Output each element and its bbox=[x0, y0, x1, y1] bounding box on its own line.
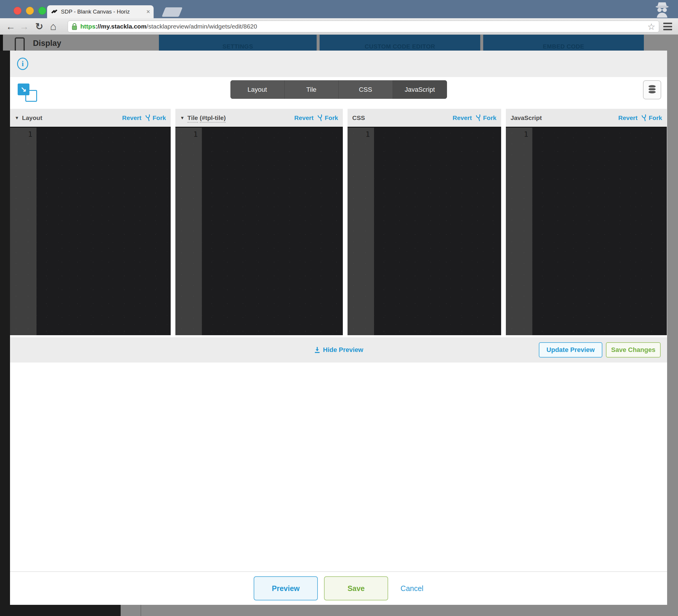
revert-link[interactable]: Revert bbox=[122, 114, 141, 121]
save-button[interactable]: Save bbox=[324, 576, 388, 601]
browser-toolbar: ← → ↻ ⌂ https://my.stackla.com/stacklapr… bbox=[0, 18, 678, 35]
revert-link[interactable]: Revert bbox=[618, 114, 637, 121]
background-right-strip bbox=[667, 50, 678, 616]
tab-title: SDP - Blank Canvas - Horiz bbox=[61, 8, 145, 15]
panel-headers-row: ▼ Layout Revert Fork ▼ Tile (#tpl-tile) … bbox=[10, 109, 667, 127]
layout-code-editor: 1 bbox=[10, 127, 171, 335]
update-preview-button[interactable]: Update Preview bbox=[539, 342, 602, 358]
url-path: /stacklapreview/admin/widgets/edit/8620 bbox=[147, 23, 257, 30]
url-bar[interactable]: https://my.stackla.com/stacklapreview/ad… bbox=[68, 20, 659, 32]
fork-link[interactable]: Fork bbox=[325, 114, 338, 121]
fork-link[interactable]: Fork bbox=[152, 114, 166, 121]
tile-panel-header: ▼ Tile (#tpl-tile) Revert Fork bbox=[176, 109, 343, 127]
data-source-button[interactable] bbox=[643, 80, 661, 99]
fork-icon bbox=[641, 114, 648, 122]
embed-code-nav-button[interactable]: EMBED CODE bbox=[483, 35, 644, 50]
new-tab-button[interactable] bbox=[162, 7, 183, 17]
fork-link[interactable]: Fork bbox=[648, 114, 662, 121]
editors-row: 1 1 1 1 bbox=[10, 127, 667, 335]
css-code-area[interactable] bbox=[374, 128, 501, 335]
cancel-link[interactable]: Cancel bbox=[401, 584, 423, 593]
incognito-icon bbox=[654, 2, 670, 17]
widget-preview-area bbox=[10, 363, 667, 571]
embed-code-nav-label: EMBED CODE bbox=[483, 43, 644, 50]
fork-icon bbox=[317, 114, 324, 122]
settings-nav-button[interactable]: SETTINGS bbox=[159, 35, 317, 50]
window-minimize-button[interactable] bbox=[26, 7, 34, 15]
display-checkbox-icon bbox=[15, 37, 25, 50]
back-button[interactable]: ← bbox=[6, 19, 15, 34]
javascript-code-editor: 1 bbox=[506, 127, 667, 335]
hide-preview-arrow-icon bbox=[314, 346, 321, 354]
stackla-favicon-icon bbox=[50, 8, 58, 15]
url-scheme: https bbox=[80, 23, 96, 30]
line-number: 1 bbox=[366, 130, 370, 138]
collapse-caret-icon[interactable]: ▼ bbox=[180, 115, 185, 120]
hide-preview-label: Hide Preview bbox=[323, 346, 364, 354]
screen: SDP - Blank Canvas - Horiz × ← → ↻ ⌂ bbox=[0, 0, 678, 616]
browser-titlebar: SDP - Blank Canvas - Horiz × bbox=[0, 0, 678, 18]
panel-title: CSS bbox=[352, 114, 365, 121]
tile-code-editor: 1 bbox=[176, 127, 343, 335]
fork-icon bbox=[145, 114, 152, 122]
line-number: 1 bbox=[524, 130, 528, 138]
custom-code-editor-nav-label: CUSTOM CODE EDITOR bbox=[319, 43, 480, 50]
editor-gutter: 1 bbox=[506, 128, 532, 335]
export-templates-icon[interactable]: ↘ bbox=[17, 83, 37, 102]
revert-link[interactable]: Revert bbox=[294, 114, 313, 121]
panel-title: JavaScript bbox=[511, 114, 542, 121]
fork-icon bbox=[475, 114, 483, 122]
panel-title: Layout bbox=[22, 114, 42, 121]
background-bottom-black-panel bbox=[0, 605, 121, 616]
modal-action-bar: ↘ Layout Tile CSS JavaScript bbox=[10, 77, 667, 108]
layout-code-area[interactable] bbox=[36, 128, 171, 335]
tab-javascript[interactable]: JavaScript bbox=[393, 80, 447, 99]
collapse-caret-icon[interactable]: ▼ bbox=[15, 115, 19, 120]
tab-tile[interactable]: Tile bbox=[285, 80, 339, 99]
line-number: 1 bbox=[28, 130, 32, 138]
window-zoom-button[interactable] bbox=[38, 7, 46, 15]
info-icon[interactable]: i bbox=[17, 57, 28, 70]
modal-top-bar: i bbox=[10, 50, 667, 77]
url-text: https://my.stackla.com/stacklapreview/ad… bbox=[80, 23, 645, 30]
css-panel-header: CSS Revert Fork bbox=[347, 109, 501, 127]
fork-link[interactable]: Fork bbox=[483, 114, 496, 121]
browser-tab[interactable]: SDP - Blank Canvas - Horiz × bbox=[47, 5, 154, 18]
background-bottom-strip bbox=[0, 605, 678, 616]
tile-code-area[interactable] bbox=[202, 128, 343, 335]
home-button[interactable]: ⌂ bbox=[50, 19, 57, 34]
css-code-editor: 1 bbox=[347, 127, 501, 335]
settings-nav-label: SETTINGS bbox=[159, 43, 317, 50]
hide-preview-link[interactable]: Hide Preview bbox=[314, 346, 364, 354]
modal-footer: Preview Save Cancel bbox=[10, 571, 667, 605]
reload-button[interactable]: ↻ bbox=[35, 19, 43, 34]
forward-button[interactable]: → bbox=[20, 19, 29, 34]
bookmark-star-icon[interactable]: ☆ bbox=[647, 22, 655, 32]
tab-layout[interactable]: Layout bbox=[230, 80, 285, 99]
background-left-edge bbox=[0, 35, 3, 50]
background-bottom-divider bbox=[140, 605, 141, 616]
background-left-strip bbox=[0, 50, 10, 616]
editor-gutter: 1 bbox=[176, 128, 202, 335]
tab-close-icon[interactable]: × bbox=[146, 8, 150, 15]
database-icon bbox=[648, 85, 656, 95]
code-tab-group: Layout Tile CSS JavaScript bbox=[230, 80, 447, 99]
javascript-code-area[interactable] bbox=[532, 128, 667, 335]
editor-gutter: 1 bbox=[347, 128, 374, 335]
custom-code-editor-modal: i ↘ Layout Tile CSS JavaScript bbox=[10, 50, 667, 605]
line-number: 1 bbox=[193, 130, 198, 138]
url-host: ://my.stackla.com bbox=[96, 23, 147, 30]
chrome-menu-button[interactable] bbox=[663, 22, 673, 31]
display-label: Display bbox=[33, 39, 61, 48]
javascript-panel-header: JavaScript Revert Fork bbox=[506, 109, 667, 127]
editor-gutter: 1 bbox=[10, 128, 36, 335]
preview-button[interactable]: Preview bbox=[254, 576, 318, 601]
export-arrow-icon: ↘ bbox=[17, 83, 30, 95]
window-close-button[interactable] bbox=[13, 7, 22, 15]
revert-link[interactable]: Revert bbox=[453, 114, 472, 121]
secure-lock-icon bbox=[72, 23, 77, 30]
tab-css[interactable]: CSS bbox=[339, 80, 393, 99]
panel-subtitle: (#tpl-tile) bbox=[200, 114, 226, 123]
save-changes-button[interactable]: Save Changes bbox=[606, 342, 661, 358]
custom-code-editor-nav-button[interactable]: CUSTOM CODE EDITOR bbox=[319, 35, 480, 50]
